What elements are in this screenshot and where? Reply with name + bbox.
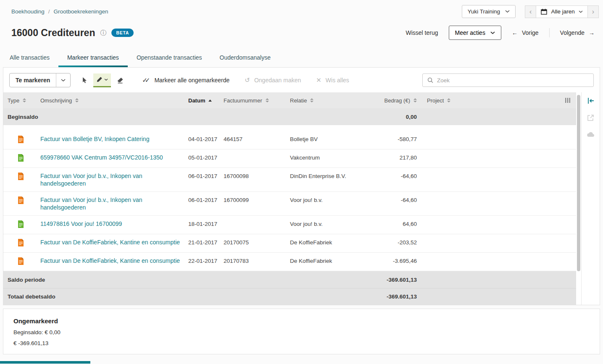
summary-beginsaldo: Beginsaldo: € 0,00: [13, 329, 590, 335]
totaal-debetsaldo-label: Totaal debetsaldo: [3, 293, 188, 300]
table-row[interactable]: Factuur van Voor jou! b.v., Inkopen van …: [3, 168, 576, 192]
column-header-datum[interactable]: Datum: [188, 97, 224, 104]
double-check-icon: ✓✓: [142, 76, 150, 84]
bank-statement-icon: [18, 154, 24, 162]
horizontal-scrollbar-thumb[interactable]: [0, 361, 90, 364]
info-icon[interactable]: ⓘ: [100, 29, 106, 37]
column-header-omschrijving[interactable]: Omschrijving: [40, 97, 182, 104]
tab-bar: Alle transacties Markeer transacties Ope…: [1, 50, 603, 67]
tab-markeer-transacties[interactable]: Markeer transacties: [58, 50, 128, 67]
breadcrumb: Boekhouding / Grootboekrekeningen: [11, 8, 108, 15]
transaction-link[interactable]: Factuur van Voor jou! b.v., Inkopen van …: [40, 172, 182, 187]
divider: [549, 28, 550, 37]
side-rail: [581, 92, 600, 305]
table-row[interactable]: 659978660 VAK Centrum 34957/VC2016-1350 …: [3, 149, 576, 168]
column-header-bedrag[interactable]: Bedrag (€): [372, 97, 417, 104]
beginsaldo-amount: 0,00: [372, 114, 417, 120]
transaction-date: 22-01-2017: [188, 257, 224, 265]
table-row[interactable]: Factuur van Bolletje BV, Inkopen Caterin…: [3, 131, 576, 149]
mark-mode-label: Te markeren: [10, 73, 56, 87]
sort-icon: [75, 98, 79, 102]
chevron-down-icon: [56, 73, 70, 87]
transaction-link[interactable]: Factuur van Voor jou! b.v., Inkopen van …: [40, 196, 182, 211]
sort-asc-icon: [208, 100, 212, 102]
clear-all-button[interactable]: ✕ Wis alles: [316, 76, 349, 84]
year-next-button[interactable]: ›: [587, 5, 599, 18]
purchase-invoice-icon: [18, 136, 24, 143]
breadcrumb-separator: /: [48, 8, 50, 15]
purchase-invoice-icon: [18, 239, 24, 246]
columns-icon[interactable]: [565, 97, 571, 103]
transactions-card: Te markeren ✓✓ Markeer alle ongemarkeerd…: [3, 67, 600, 305]
tab-openstaande-transacties[interactable]: Openstaande transacties: [128, 50, 211, 67]
table-row[interactable]: Factuur van De KoffieFabriek, Kantine en…: [3, 253, 576, 271]
tab-alle-transacties[interactable]: Alle transacties: [1, 50, 58, 67]
table-row[interactable]: Factuur van Voor jou! b.v., Inkopen van …: [3, 192, 576, 216]
table-row[interactable]: 114978816 Voor jou! 16700099 18-01-2017 …: [3, 216, 576, 234]
administration-label: Yuki Training: [468, 8, 500, 15]
next-button[interactable]: Volgende →: [560, 29, 595, 36]
beginsaldo-label: Beginsaldo: [3, 114, 188, 120]
search-input[interactable]: [437, 77, 589, 84]
saldo-periode-row: Saldo periode -369.601,13: [3, 271, 576, 288]
previous-button[interactable]: ← Vorige: [512, 29, 539, 36]
export-icon[interactable]: [587, 114, 594, 121]
header-actions: Wissel terug Meer acties ← Vorige Volgen…: [406, 26, 595, 40]
search-box: [422, 73, 594, 87]
totaal-debetsaldo-row: Totaal debetsaldo -369.601,13: [3, 288, 576, 305]
page-header: 16000 Crediteuren ⓘ BETA Wissel terug Me…: [0, 18, 603, 40]
mark-tools: [77, 73, 127, 87]
transaction-date: 05-01-2017: [188, 154, 224, 162]
year-previous-button[interactable]: ‹: [525, 5, 536, 18]
page-title: 16000 Crediteuren: [11, 27, 95, 39]
amount: -203,52: [372, 238, 417, 246]
saldo-periode-label: Saldo periode: [3, 277, 188, 283]
amount: -64,60: [372, 172, 417, 180]
transaction-link[interactable]: Factuur van De KoffieFabriek, Kantine en…: [40, 257, 180, 264]
breadcrumb-item-boekhouding[interactable]: Boekhouding: [11, 8, 45, 15]
switch-back-link[interactable]: Wissel terug: [406, 29, 438, 36]
vertical-scrollbar-thumb[interactable]: [577, 95, 580, 271]
transaction-link[interactable]: 114978816 Voor jou! 16700099: [40, 220, 122, 228]
search-icon: [427, 77, 433, 83]
beta-badge: BETA: [111, 29, 134, 37]
administration-selector-button[interactable]: Yuki Training: [462, 5, 516, 18]
undo-label: Ongedaan maken: [254, 77, 301, 84]
summary-title: Ongemarkeerd: [13, 317, 590, 325]
table-row[interactable]: Factuur van De KoffieFabriek, Kantine en…: [3, 234, 576, 253]
column-header-project[interactable]: Project: [427, 97, 467, 104]
mark-all-button[interactable]: ✓✓ Markeer alle ongemarkeerde: [142, 76, 229, 84]
marker-tool-icon[interactable]: [93, 73, 111, 87]
column-header-relatie[interactable]: Relatie: [290, 97, 372, 104]
amount: 217,80: [372, 154, 417, 162]
collapse-panel-icon[interactable]: [587, 97, 595, 104]
invoice-number: 464157: [224, 135, 290, 143]
column-header-factuurnummer[interactable]: Factuurnummer: [224, 97, 290, 104]
amount: -64,60: [372, 196, 417, 204]
mark-toolbar: Te markeren ✓✓ Markeer alle ongemarkeerd…: [3, 68, 600, 92]
more-actions-button[interactable]: Meer acties: [449, 26, 501, 40]
close-icon: ✕: [316, 76, 321, 84]
top-bar: Boekhouding / Grootboekrekeningen Yuki T…: [0, 0, 603, 18]
column-header-type[interactable]: Type: [8, 97, 40, 104]
amount: -580,77: [372, 135, 417, 143]
table-header: Type Omschrijving Datum Factuurnummer Re…: [3, 92, 576, 108]
year-selector-button[interactable]: Alle jaren: [536, 5, 587, 18]
cloud-icon[interactable]: [587, 131, 595, 138]
transaction-link[interactable]: Factuur van De KoffieFabriek, Kantine en…: [40, 238, 180, 246]
breadcrumb-item-grootboekrekeningen[interactable]: Grootboekrekeningen: [54, 8, 108, 15]
eraser-tool-icon[interactable]: [113, 73, 127, 87]
transaction-date: 04-01-2017: [188, 135, 224, 143]
transaction-link[interactable]: Factuur van Bolletje BV, Inkopen Caterin…: [40, 135, 149, 143]
relation: Bolletje BV: [290, 135, 372, 143]
tab-ouderdomsanalyse[interactable]: Ouderdomsanalyse: [211, 50, 279, 67]
arrow-right-icon: →: [589, 29, 595, 36]
purchase-invoice-icon: [18, 173, 24, 180]
purchase-invoice-icon: [18, 196, 24, 204]
transaction-link[interactable]: 659978660 VAK Centrum 34957/VC2016-1350: [40, 154, 163, 161]
undo-button[interactable]: ↺ Ongedaan maken: [245, 76, 301, 84]
clear-all-label: Wis alles: [326, 77, 349, 84]
pointer-tool-icon[interactable]: [77, 73, 91, 87]
mark-mode-button[interactable]: Te markeren: [9, 73, 71, 87]
sort-icon: [413, 98, 417, 102]
